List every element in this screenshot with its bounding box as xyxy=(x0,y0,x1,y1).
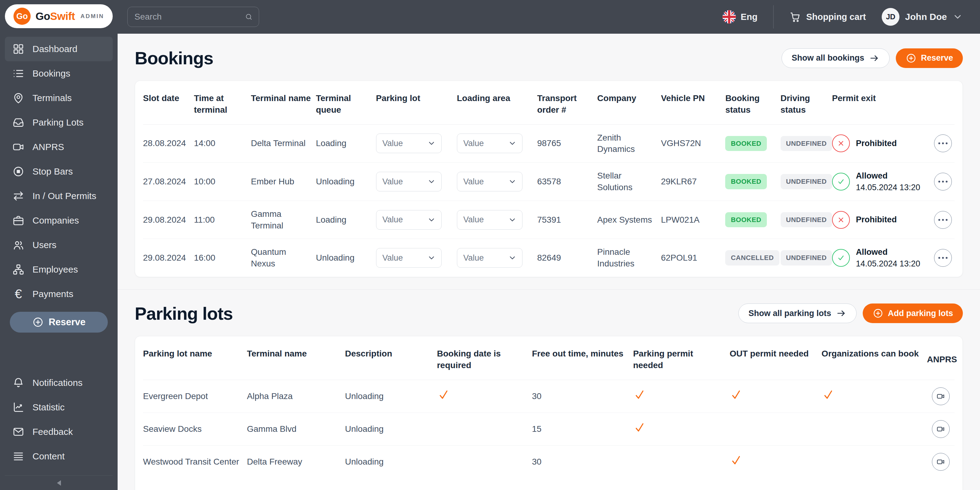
show-all-parking-lots-button[interactable]: Show all parking lots xyxy=(738,304,857,323)
cell-free-out-time: 30 xyxy=(532,445,633,478)
parking-lot-row: Seaview Docks Gamma Blvd Unloading 15 xyxy=(143,412,955,445)
user-menu[interactable]: JD John Doe xyxy=(882,8,963,26)
sidebar-item-payments[interactable]: € Payments xyxy=(5,282,113,306)
parking-lot-row: Evergreen Depot Alpha Plaza Unloading 30 xyxy=(143,380,955,412)
search-icon[interactable] xyxy=(245,11,253,22)
euro-icon: € xyxy=(12,288,24,300)
avatar: JD xyxy=(882,8,899,26)
col-organizations-can-book: Organizations can book xyxy=(822,336,927,380)
allowed-icon xyxy=(832,173,850,191)
parking-lot-select[interactable]: Value xyxy=(376,210,442,230)
sidebar-item-label: Terminals xyxy=(32,93,72,103)
search-input[interactable] xyxy=(134,12,245,22)
cell-queue: Unloading xyxy=(316,162,376,201)
check-icon xyxy=(730,388,742,401)
sidebar: Go GoSwift ADMIN Dashboard Bookings Term… xyxy=(0,0,118,490)
plus-circle-icon xyxy=(32,317,44,328)
anprs-camera-button[interactable] xyxy=(932,420,950,438)
row-menu-button[interactable] xyxy=(934,211,952,229)
brand-name: GoSwift xyxy=(35,10,75,22)
show-all-bookings-button[interactable]: Show all bookings xyxy=(781,48,890,68)
chevron-down-icon xyxy=(508,254,517,262)
loading-area-select[interactable]: Value xyxy=(457,248,522,268)
sidebar-item-stop-bars[interactable]: Stop Bars xyxy=(5,159,113,184)
booking-row: 28.08.2024 14:00 Delta Terminal Loading … xyxy=(143,124,955,162)
loading-area-select[interactable]: Value xyxy=(457,210,522,230)
admin-label: ADMIN xyxy=(81,13,104,20)
sidebar-item-companies[interactable]: Companies xyxy=(5,208,113,233)
col-terminal-name: Terminal name xyxy=(251,81,316,124)
map-pin-icon xyxy=(12,92,24,104)
col-parking-permit-needed: Parking permit needed xyxy=(633,336,730,380)
sidebar-item-dashboard[interactable]: Dashboard xyxy=(5,37,113,61)
parking-lot-select[interactable]: Value xyxy=(376,172,442,191)
cell-queue: Unloading xyxy=(316,239,376,277)
cell-parking-lot-name: Seaview Docks xyxy=(143,412,247,445)
cell-parking-permit xyxy=(633,412,730,445)
col-permit-exit: Permit exit xyxy=(832,81,931,124)
prohibited-icon xyxy=(832,211,850,229)
cell-queue: Loading xyxy=(316,124,376,162)
hierarchy-icon xyxy=(12,263,24,275)
sidebar-item-in-out-permits[interactable]: In / Out Permits xyxy=(5,184,113,208)
cell-terminal: Delta Terminal xyxy=(251,124,316,162)
booking-status-badge: CANCELLED xyxy=(725,250,779,266)
row-menu-button[interactable] xyxy=(934,134,952,152)
sidebar-item-users[interactable]: Users xyxy=(5,233,113,257)
loading-area-select[interactable]: Value xyxy=(457,134,522,153)
cell-out-permit xyxy=(730,412,821,445)
driving-status-badge: UNDEFINED xyxy=(781,136,832,151)
sidebar-collapse-button[interactable] xyxy=(5,475,113,490)
sidebar-item-parking-lots[interactable]: Parking Lots xyxy=(5,110,113,135)
booking-status-badge: BOOKED xyxy=(725,174,767,189)
parking-lot-select[interactable]: Value xyxy=(376,248,442,268)
row-menu-button[interactable] xyxy=(934,249,952,267)
sidebar-item-label: Parking Lots xyxy=(32,117,84,128)
cell-order: 75391 xyxy=(537,200,597,239)
col-free-out-time: Free out time, minutes xyxy=(532,336,633,380)
chevron-down-icon xyxy=(427,177,436,186)
col-parking-lot: Parking lot xyxy=(376,81,457,124)
section-divider xyxy=(118,290,980,290)
shopping-cart-button[interactable]: Shopping cart xyxy=(789,11,866,23)
sidebar-nav: Dashboard Bookings Terminals Parking Lot… xyxy=(0,28,118,332)
language-selector[interactable]: Eng xyxy=(722,10,758,24)
anprs-camera-button[interactable] xyxy=(932,387,950,405)
app-logo[interactable]: Go GoSwift ADMIN xyxy=(5,4,113,28)
check-icon xyxy=(437,388,450,401)
col-loading-area: Loading area xyxy=(457,81,537,124)
sidebar-item-label: Bookings xyxy=(32,68,70,79)
sidebar-item-content[interactable]: Content xyxy=(5,444,113,469)
search-box[interactable] xyxy=(127,7,259,27)
anprs-camera-button[interactable] xyxy=(932,453,950,471)
sidebar-item-anprs[interactable]: ANPRS xyxy=(5,135,113,159)
menu-lines-icon xyxy=(12,450,24,463)
ellipsis-icon xyxy=(939,257,948,259)
cell-terminal: Quantum Nexus xyxy=(251,239,316,277)
video-camera-icon xyxy=(936,425,945,434)
sidebar-item-feedback[interactable]: Feedback xyxy=(5,420,113,444)
cell-order: 98765 xyxy=(537,124,597,162)
sidebar-reserve-button[interactable]: Reserve xyxy=(10,312,108,332)
permit-exit-status: Allowed14.05.2024 13:20 xyxy=(832,246,926,269)
sidebar-item-statistic[interactable]: Statistic xyxy=(5,395,113,420)
arrow-right-icon xyxy=(869,53,880,64)
sidebar-item-notifications[interactable]: Notifications xyxy=(5,371,113,395)
video-camera-icon xyxy=(936,392,945,401)
envelope-icon xyxy=(12,426,24,438)
cell-out-permit xyxy=(730,445,821,478)
sidebar-item-employees[interactable]: Employees xyxy=(5,257,113,282)
reserve-button[interactable]: Reserve xyxy=(896,48,963,68)
sidebar-item-bookings[interactable]: Bookings xyxy=(5,61,113,86)
permit-exit-status: Allowed14.05.2024 13:20 xyxy=(832,170,926,193)
sidebar-item-terminals[interactable]: Terminals xyxy=(5,86,113,110)
cell-orgs-can-book xyxy=(822,412,927,445)
col-vehicle-pn: Vehicle PN xyxy=(661,81,725,124)
row-menu-button[interactable] xyxy=(934,173,952,191)
loading-area-select[interactable]: Value xyxy=(457,172,522,191)
col-anprs: ANPRS xyxy=(927,336,955,380)
parking-lot-select[interactable]: Value xyxy=(376,134,442,153)
add-parking-lots-button[interactable]: Add parking lots xyxy=(863,304,963,323)
cell-company: Pinnacle Industries xyxy=(597,239,661,277)
bookings-table: Slot date Time at terminal Terminal name… xyxy=(143,81,955,277)
